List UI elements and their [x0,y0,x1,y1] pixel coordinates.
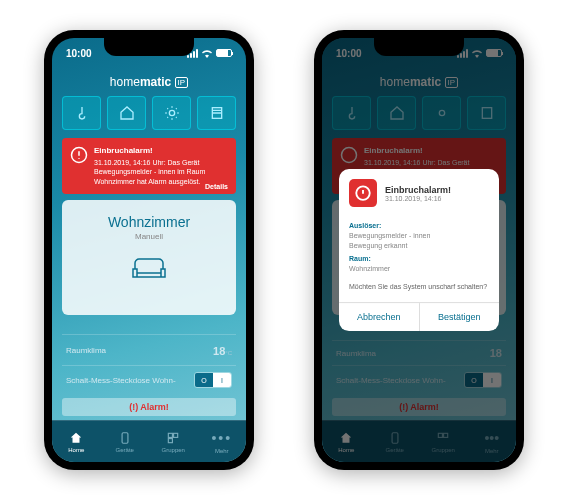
device-list: Raumklima 18°C Schalt-Mess-Steckdose Woh… [62,334,236,394]
status-time: 10:00 [66,48,92,59]
phone-right: 10:00 homematic IP Einbruchalarm! 31.10.… [314,30,524,470]
toggle-on[interactable]: I [213,373,231,387]
svg-rect-3 [122,432,128,443]
tab-groups[interactable]: Gruppen [149,421,198,462]
app-header: homematic IP [52,68,246,96]
screen: 10:00 homematic IP Einbruchalarm! 31.10.… [322,38,516,462]
alert-title: Einbruchalarm! [94,146,228,156]
svg-point-0 [169,110,174,115]
tab-more[interactable]: •••Mehr [198,421,247,462]
brand-2: matic [140,75,171,89]
modal-question: Möchten Sie das System unscharf schalten… [349,282,489,292]
category-tiles [52,96,246,130]
alarm-bar[interactable]: (!) Alarm! [62,398,236,416]
brand-1: home [110,75,140,89]
alert-body: 31.10.2019, 14:16 Uhr: Das Gerät Bewegun… [94,158,228,185]
svg-rect-5 [174,433,178,437]
brand-badge: IP [175,77,189,88]
room-title: Wohnzimmer [72,214,226,230]
screen: 10:00 homematic IP Einbruchalarm! 31.10.… [52,38,246,462]
row-climate[interactable]: Raumklima 18°C [62,334,236,365]
alert-icon [70,146,88,164]
tab-devices[interactable]: Geräte [101,421,150,462]
notch [374,38,464,56]
toggle-off[interactable]: O [195,373,213,387]
modal-cancel-button[interactable]: Abbrechen [339,303,420,331]
modal-trigger-label: Auslöser: [349,221,489,231]
sofa-icon [129,255,169,283]
row-value: 18 [213,345,225,357]
tab-home[interactable]: Home [52,421,101,462]
modal-timestamp: 31.10.2019, 14:16 [385,195,451,202]
tile-shading[interactable] [197,96,236,130]
phone-left: 10:00 homematic IP Einbruchalarm! 31.10.… [44,30,254,470]
svg-rect-6 [169,438,173,442]
room-card[interactable]: Wohnzimmer Manuell [62,200,236,315]
battery-icon [216,49,232,57]
tile-security[interactable] [107,96,146,130]
row-label: Raumklima [66,346,106,355]
modal-title: Einbruchalarm! [385,185,451,195]
notch [104,38,194,56]
row-unit: °C [225,350,232,356]
modal-room-label: Raum: [349,255,489,265]
room-subtitle: Manuell [72,232,226,241]
alert-details-link[interactable]: Details [205,183,228,190]
modal-alert-icon [349,179,377,207]
socket-toggle[interactable]: O I [194,372,232,388]
tile-weather[interactable] [152,96,191,130]
tile-climate[interactable] [62,96,101,130]
modal-trigger: Bewegungsmelder - innen Bewegung erkannt [349,231,489,251]
modal-room: Wohnzimmer [349,264,489,274]
tab-bar: Home Geräte Gruppen •••Mehr [52,420,246,462]
alarm-modal: Einbruchalarm! 31.10.2019, 14:16 Auslöse… [339,169,499,331]
wifi-icon [201,49,213,58]
row-label: Schalt-Mess-Steckdose Wohn- [66,376,176,385]
status-right [187,49,232,58]
row-socket[interactable]: Schalt-Mess-Steckdose Wohn- O I [62,365,236,394]
svg-rect-4 [169,433,173,437]
alert-banner[interactable]: Einbruchalarm! 31.10.2019, 14:16 Uhr: Da… [62,138,236,194]
modal-confirm-button[interactable]: Bestätigen [420,303,500,331]
